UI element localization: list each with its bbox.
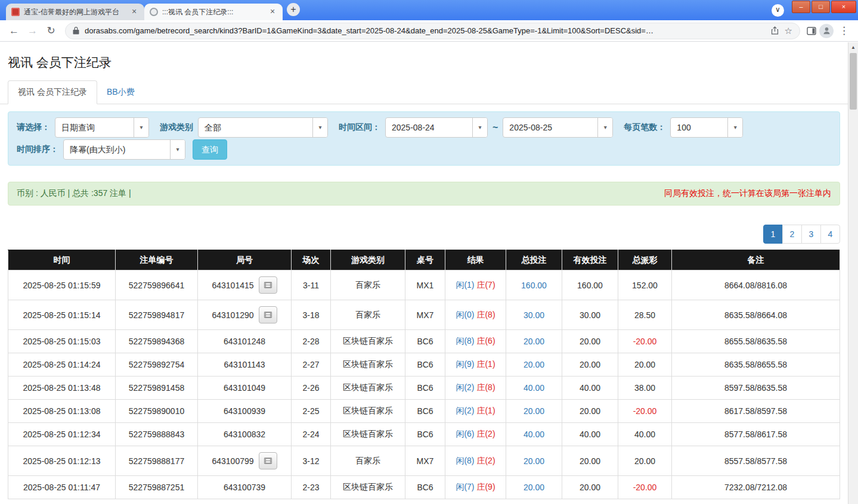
film-icon bbox=[264, 281, 272, 290]
column-header: 结果 bbox=[445, 250, 506, 270]
cell-time: 2025-08-25 01:15:14 bbox=[8, 300, 116, 330]
cell-total-bet[interactable]: 20.00 bbox=[506, 330, 562, 353]
tab-close-icon[interactable]: × bbox=[268, 7, 277, 17]
cell-session: 2-23 bbox=[292, 476, 331, 499]
scroll-up-icon[interactable]: ▲ bbox=[848, 42, 858, 52]
cell-session: 2-24 bbox=[292, 423, 331, 446]
cell-valid-bet: 30.00 bbox=[562, 300, 618, 330]
table-row: 2025-08-25 01:15:59522759896641643101415… bbox=[8, 270, 840, 300]
cell-total-bet[interactable]: 160.00 bbox=[506, 270, 562, 300]
tab-title: :::视讯 会员下注纪录::: bbox=[162, 7, 264, 17]
result-player: 闲(2) bbox=[456, 382, 474, 392]
browser-menu-icon[interactable]: ⋮ bbox=[836, 24, 852, 37]
game-type-value: 全部 bbox=[199, 118, 312, 137]
page-scrollbar[interactable]: ▲ bbox=[848, 42, 858, 504]
table-row: 2025-08-25 01:12:13522759888177643100799… bbox=[8, 446, 840, 476]
table-row: 2025-08-25 01:11:47522759887251643100739… bbox=[8, 476, 840, 499]
cell-note: 7232.08/7212.08 bbox=[672, 476, 840, 499]
cell-game-type: 百家乐 bbox=[331, 270, 405, 300]
video-replay-button[interactable] bbox=[259, 276, 277, 294]
cell-session: 3-12 bbox=[292, 446, 331, 476]
caret-down-icon: ▾ bbox=[134, 118, 148, 137]
bookmark-star-icon[interactable]: ☆ bbox=[785, 26, 792, 36]
tab-bet-records[interactable]: 视讯 会员下注纪录 bbox=[8, 80, 97, 104]
browser-tab-bet-records[interactable]: :::视讯 会员下注纪录::: × bbox=[144, 4, 283, 20]
page-size-select[interactable]: 100 ▾ bbox=[670, 117, 743, 138]
cell-round-id: 643101290 bbox=[198, 300, 292, 330]
video-replay-button[interactable] bbox=[259, 452, 277, 469]
cell-bet-id: 522759896641 bbox=[116, 270, 198, 300]
cell-note: 8557.58/8577.58 bbox=[672, 446, 840, 476]
cell-result: 闲(8) 庄(6) bbox=[445, 330, 506, 353]
cell-game-type: 区块链百家乐 bbox=[331, 330, 405, 353]
close-window-button[interactable]: × bbox=[831, 1, 856, 13]
cell-note: 8635.58/8664.08 bbox=[672, 300, 840, 330]
page-button-4[interactable]: 4 bbox=[820, 225, 840, 244]
cell-session: 2-25 bbox=[292, 400, 331, 423]
cell-table-no: MX7 bbox=[405, 446, 445, 476]
result-banker: 庄(2) bbox=[476, 429, 495, 438]
cell-total-bet[interactable]: 40.00 bbox=[506, 423, 562, 446]
cell-total-bet[interactable]: 20.00 bbox=[506, 476, 562, 499]
filter-panel: 请选择： 日期查询 ▾ 游戏类别 全部 ▾ 时间区间： 2025-08-24 ▾… bbox=[8, 111, 840, 166]
profile-avatar[interactable] bbox=[819, 24, 834, 38]
search-button[interactable]: 查询 bbox=[193, 139, 227, 160]
date-start-select[interactable]: 2025-08-24 ▾ bbox=[385, 117, 488, 138]
cell-table-no: BC6 bbox=[405, 353, 445, 377]
round-id-text: 643100939 bbox=[224, 407, 265, 416]
sort-order-label: 时间排序： bbox=[17, 144, 58, 155]
page-size-label: 每页笔数： bbox=[624, 122, 665, 133]
cell-time: 2025-08-25 01:12:34 bbox=[8, 423, 116, 446]
film-icon bbox=[264, 310, 272, 319]
cell-bet-id: 522759888843 bbox=[116, 423, 198, 446]
cell-note: 8617.58/8597.58 bbox=[672, 400, 840, 423]
minimize-button[interactable]: – bbox=[792, 1, 810, 13]
maximize-button[interactable]: □ bbox=[811, 1, 830, 13]
tab-search-chevron-icon[interactable]: ∨ bbox=[772, 4, 784, 17]
tab-bb-tip[interactable]: BB小费 bbox=[97, 81, 144, 104]
scrollbar-thumb[interactable] bbox=[850, 53, 857, 110]
side-panel-icon[interactable] bbox=[806, 26, 817, 36]
tab-close-icon[interactable]: × bbox=[129, 7, 139, 17]
cell-total-bet[interactable]: 20.00 bbox=[506, 353, 562, 377]
back-button[interactable]: ← bbox=[6, 25, 22, 37]
result-banker: 庄(9) bbox=[476, 482, 495, 491]
cell-round-id: 643100832 bbox=[198, 423, 292, 446]
cell-result: 闲(8) 庄(2) bbox=[445, 446, 506, 476]
cell-total-bet[interactable]: 30.00 bbox=[506, 300, 562, 330]
result-player: 闲(0) bbox=[456, 310, 474, 319]
column-header: 时间 bbox=[8, 250, 116, 270]
page-button-3[interactable]: 3 bbox=[801, 225, 821, 244]
cell-time: 2025-08-25 01:14:24 bbox=[8, 353, 116, 377]
reload-button[interactable]: ↻ bbox=[43, 24, 59, 37]
video-replay-button[interactable] bbox=[259, 306, 277, 323]
globe-favicon-icon bbox=[150, 8, 158, 16]
column-header: 总投注 bbox=[506, 250, 562, 270]
browser-titlebar: 通宝-信誉最好的网上游戏平台 × :::视讯 会员下注纪录::: × + ∨ –… bbox=[0, 0, 858, 20]
cell-total-bet[interactable]: 20.00 bbox=[506, 400, 562, 423]
browser-tab-home[interactable]: 通宝-信誉最好的网上游戏平台 × bbox=[6, 4, 144, 20]
query-type-select[interactable]: 日期查询 ▾ bbox=[55, 117, 149, 138]
round-id-text: 643101415 bbox=[212, 281, 253, 290]
date-end-select[interactable]: 2025-08-25 ▾ bbox=[503, 117, 613, 138]
sort-order-select[interactable]: 降幂(由大到小) ▾ bbox=[63, 139, 185, 160]
address-bar[interactable]: dorasabs.com/game/betrecord_search/kind3… bbox=[65, 23, 800, 39]
share-icon[interactable] bbox=[770, 26, 779, 35]
cell-total-bet[interactable]: 40.00 bbox=[506, 377, 562, 400]
result-player: 闲(8) bbox=[456, 336, 474, 346]
page-button-1[interactable]: 1 bbox=[763, 225, 783, 244]
result-player: 闲(9) bbox=[456, 359, 474, 369]
url-text[interactable]: dorasabs.com/game/betrecord_search/kind3… bbox=[85, 26, 765, 35]
game-type-select[interactable]: 全部 ▾ bbox=[198, 117, 328, 138]
cell-total-bet[interactable]: 20.00 bbox=[506, 446, 562, 476]
new-tab-button[interactable]: + bbox=[287, 3, 300, 16]
column-header: 桌号 bbox=[405, 250, 445, 270]
cell-time: 2025-08-25 01:13:08 bbox=[8, 400, 116, 423]
forward-button[interactable]: → bbox=[24, 25, 41, 37]
lock-icon bbox=[73, 27, 79, 35]
currency-total-text: 币别 : 人民币 | 总共 :357 注单 | bbox=[17, 188, 131, 199]
column-header: 游戏类别 bbox=[331, 250, 405, 270]
result-player: 闲(8) bbox=[456, 456, 474, 465]
cell-time: 2025-08-25 01:15:59 bbox=[8, 270, 116, 300]
page-button-2[interactable]: 2 bbox=[782, 225, 802, 244]
